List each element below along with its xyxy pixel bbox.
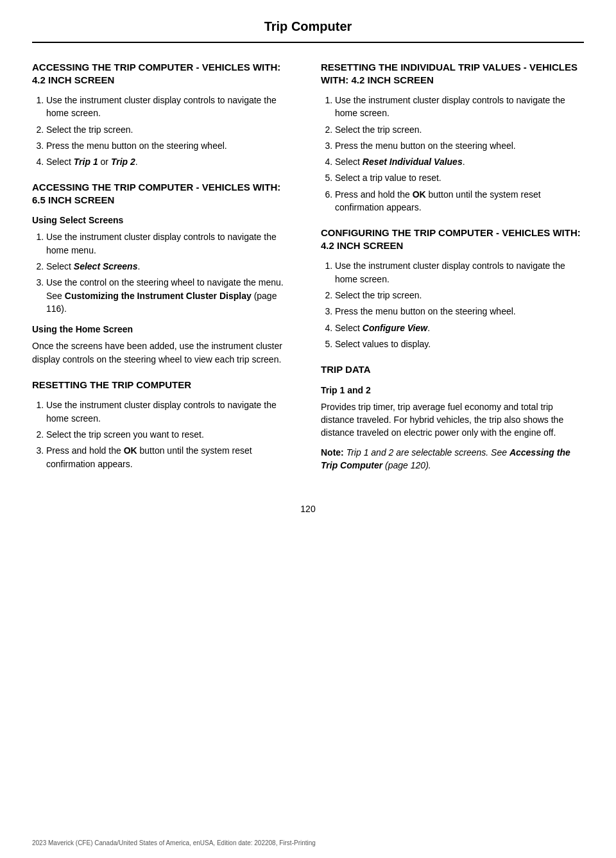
page-wrapper: Trip Computer ACCESSING THE TRIP COMPUTE… [0,0,616,858]
r1-step4-prefix: Select [335,157,363,167]
two-col-layout: ACCESSING THE TRIP COMPUTER - VEHICLES W… [32,61,584,485]
r2-step4-suffix: . [427,323,430,333]
right-column: RESETTING THE INDIVIDUAL TRIP VALUES - V… [321,61,584,485]
sub1-step2-prefix: Select [46,261,74,271]
list-item: Select the trip screen. [335,289,584,302]
list-item: Use the instrument cluster display contr… [335,94,584,120]
left-column: ACCESSING THE TRIP COMPUTER - VEHICLES W… [32,61,295,485]
step4-mid: or [98,157,111,167]
s3-step3-prefix: Press and hold the [46,445,124,456]
page-number: 120 [32,504,584,514]
list-item: Select the trip screen. [46,123,295,136]
note-end: (page 120). [382,460,431,470]
step4-trip2: Trip 2 [111,157,135,167]
list-item: Select Select Screens. [46,260,295,273]
section2-heading: ACCESSING THE TRIP COMPUTER - VEHICLES W… [32,181,295,206]
section3-list: Use the instrument cluster display contr… [32,399,295,470]
step4-suffix: . [135,157,138,167]
sub1-step2-bold: Select Screens [74,261,138,271]
list-item: Press the menu button on the steering wh… [46,139,295,152]
section-resetting-individual: RESETTING THE INDIVIDUAL TRIP VALUES - V… [321,61,584,214]
section3-heading: RESETTING THE TRIP COMPUTER [32,379,295,391]
r-section3-heading: TRIP DATA [321,363,584,376]
sub1-step2-suffix: . [137,261,140,271]
list-item: Use the instrument cluster display contr… [335,259,584,286]
page-title: Trip Computer [32,19,584,43]
list-item: Press the menu button on the steering wh… [335,139,584,152]
list-item: Select Configure View. [335,322,584,334]
list-item: Select the trip screen you want to reset… [46,428,295,441]
list-item: Use the control on the steering wheel to… [46,276,295,315]
section2-sub1-list: Use the instrument cluster display contr… [32,230,295,315]
sub-heading-home-screen: Using the Home Screen [32,324,295,334]
list-item: Use the instrument cluster display contr… [46,230,295,257]
list-item: Select Reset Individual Values. [335,155,584,168]
home-screen-body: Once the screens have been added, use th… [32,339,295,366]
list-item: Select values to display. [335,338,584,350]
section-configuring-trip: CONFIGURING THE TRIP COMPUTER - VEHICLES… [321,227,584,350]
section-accessing-4-2: ACCESSING THE TRIP COMPUTER - VEHICLES W… [32,61,295,168]
trip-data-body: Provides trip timer, trip average fuel e… [321,400,584,440]
r-section2-list: Use the instrument cluster display contr… [321,259,584,350]
r-section2-heading: CONFIGURING THE TRIP COMPUTER - VEHICLES… [321,227,584,252]
step4-trip1: Trip 1 [74,157,98,167]
note-italic: Trip 1 and 2 are selectable screens. See [344,447,509,458]
list-item: Select a trip value to reset. [335,171,584,184]
section-accessing-6-5: ACCESSING THE TRIP COMPUTER - VEHICLES W… [32,181,295,365]
r1-step4-bold: Reset Individual Values [363,157,463,167]
r1-step4-suffix: . [463,157,465,167]
list-item: Select the trip screen. [335,123,584,136]
list-item: Use the instrument cluster display contr… [46,94,295,120]
list-item: Select Trip 1 or Trip 2. [46,155,295,168]
section1-list: Use the instrument cluster display contr… [32,94,295,168]
sub1-step3-link: Customizing the Instrument Cluster Displ… [65,291,252,301]
sub-heading-select-screens: Using Select Screens [32,215,295,225]
list-item: Use the instrument cluster display contr… [46,399,295,425]
list-item: Press and hold the OK button until the s… [335,188,584,214]
r1-step6-bold: OK [413,189,426,200]
step4-prefix: Select [46,157,74,167]
r1-step6-prefix: Press and hold the [335,189,413,200]
trip-data-note: Note: Trip 1 and 2 are selectable screen… [321,446,584,472]
section1-heading: ACCESSING THE TRIP COMPUTER - VEHICLES W… [32,61,295,86]
list-item: Press the menu button on the steering wh… [335,305,584,318]
trip1-and-2-heading: Trip 1 and 2 [321,385,584,395]
section-resetting-trip: RESETTING THE TRIP COMPUTER Use the inst… [32,379,295,470]
r2-step4-prefix: Select [335,323,363,333]
r-section1-heading: RESETTING THE INDIVIDUAL TRIP VALUES - V… [321,61,584,86]
footer-text: 2023 Maverick (CFE) Canada/United States… [32,839,316,846]
s3-step3-bold: OK [124,445,137,456]
section-trip-data: TRIP DATA Trip 1 and 2 Provides trip tim… [321,363,584,472]
r-section1-list: Use the instrument cluster display contr… [321,94,584,214]
note-label: Note: [321,447,344,458]
list-item: Press and hold the OK button until the s… [46,444,295,470]
r2-step4-bold: Configure View [363,323,427,333]
